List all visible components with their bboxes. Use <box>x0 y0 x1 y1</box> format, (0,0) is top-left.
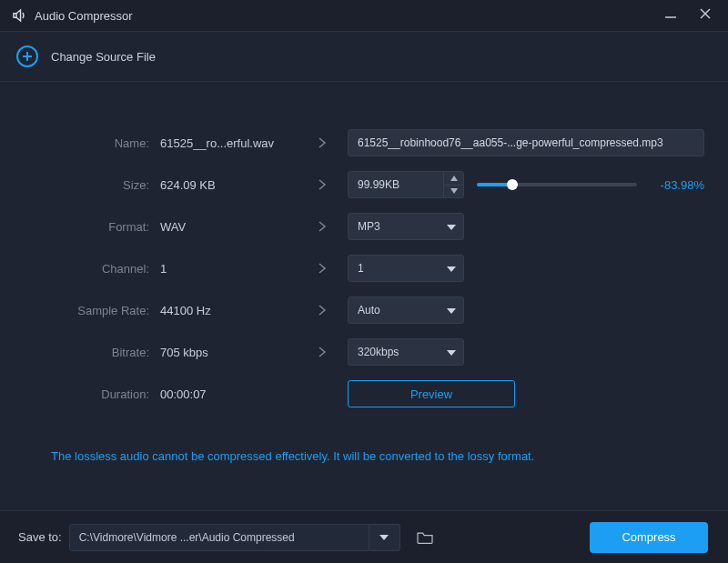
size-step-down[interactable] <box>444 185 463 198</box>
row-name: Name: 61525__ro...erful.wav 61525__robin… <box>24 122 704 164</box>
arrow-icon <box>297 262 348 275</box>
row-bitrate: Bitrate: 705 kbps 320kbps <box>24 331 704 373</box>
svg-marker-11 <box>447 350 456 356</box>
arrow-icon <box>297 346 348 358</box>
label-name: Name: <box>24 136 160 150</box>
chevron-down-icon <box>447 346 456 358</box>
source-duration: 00:00:07 <box>160 387 297 401</box>
close-button[interactable] <box>699 7 712 24</box>
source-name: 61525__ro...erful.wav <box>160 136 297 150</box>
label-format: Format: <box>24 220 160 234</box>
preview-button-label: Preview <box>410 387 452 401</box>
size-percent: -83.98% <box>661 178 704 192</box>
row-duration: Duration: 00:00:07 Preview <box>24 373 704 415</box>
svg-marker-9 <box>447 266 456 272</box>
svg-rect-0 <box>14 14 16 18</box>
output-size-value: 99.99KB <box>349 172 443 197</box>
change-source-label[interactable]: Change Source File <box>51 50 156 64</box>
output-channel-select[interactable]: 1 <box>348 255 464 282</box>
output-channel-value: 1 <box>358 262 364 275</box>
output-name-value: 61525__robinhood76__aa055-...ge-powerful… <box>358 136 663 149</box>
arrow-icon <box>297 304 348 317</box>
source-size: 624.09 KB <box>160 178 297 192</box>
output-format-select[interactable]: MP3 <box>348 213 464 240</box>
compress-button[interactable]: Compress <box>590 522 708 553</box>
svg-line-3 <box>701 9 710 18</box>
settings-panel: Name: 61525__ro...erful.wav 61525__robin… <box>0 82 728 510</box>
source-sample-rate: 44100 Hz <box>160 304 297 317</box>
label-size: Size: <box>24 178 160 192</box>
size-step-up[interactable] <box>444 172 463 185</box>
arrow-icon <box>297 178 348 191</box>
svg-marker-12 <box>379 535 389 540</box>
arrow-icon <box>297 136 348 149</box>
output-name-field[interactable]: 61525__robinhood76__aa055-...ge-powerful… <box>348 129 704 156</box>
source-bitrate: 705 kbps <box>160 346 297 359</box>
output-sample-rate-value: Auto <box>358 304 380 317</box>
chevron-down-icon <box>447 262 456 275</box>
svg-marker-7 <box>450 188 458 194</box>
output-bitrate-select[interactable]: 320kbps <box>348 338 464 366</box>
save-to-label: Save to: <box>18 530 62 544</box>
warning-message: The lossless audio cannot be compressed … <box>24 415 704 463</box>
row-size: Size: 624.09 KB 99.99KB -83.98% <box>24 164 704 206</box>
size-slider-thumb[interactable] <box>507 179 518 190</box>
row-channel: Channel: 1 1 <box>24 247 704 289</box>
title-bar: Audio Compressor <box>0 0 728 31</box>
save-path-field[interactable]: C:\Vidmore\Vidmore ...er\Audio Compresse… <box>69 524 369 551</box>
svg-marker-10 <box>447 308 456 314</box>
row-format: Format: WAV MP3 <box>24 206 704 247</box>
label-sample-rate: Sample Rate: <box>24 304 160 317</box>
minimize-button[interactable] <box>664 7 677 24</box>
source-format: WAV <box>160 220 297 234</box>
label-bitrate: Bitrate: <box>24 346 160 359</box>
label-duration: Duration: <box>24 387 160 401</box>
svg-line-2 <box>701 9 710 18</box>
app-icon <box>11 7 27 24</box>
chevron-down-icon <box>447 220 456 233</box>
row-sample-rate: Sample Rate: 44100 Hz Auto <box>24 289 704 331</box>
output-sample-rate-select[interactable]: Auto <box>348 297 464 324</box>
svg-marker-8 <box>447 225 456 230</box>
source-bar: Change Source File <box>0 31 728 82</box>
add-source-button[interactable] <box>16 45 38 67</box>
source-channel: 1 <box>160 262 297 276</box>
output-bitrate-value: 320kbps <box>358 346 399 358</box>
save-path-value: C:\Vidmore\Vidmore ...er\Audio Compresse… <box>79 531 295 544</box>
footer-bar: Save to: C:\Vidmore\Vidmore ...er\Audio … <box>0 510 728 563</box>
preview-button[interactable]: Preview <box>348 380 515 407</box>
size-slider[interactable] <box>477 183 637 186</box>
svg-marker-6 <box>450 176 458 181</box>
output-format-value: MP3 <box>358 220 380 233</box>
open-folder-button[interactable] <box>410 524 440 551</box>
output-size-stepper[interactable]: 99.99KB <box>348 171 464 198</box>
save-path-dropdown[interactable] <box>369 524 400 551</box>
chevron-down-icon <box>447 304 456 317</box>
compress-button-label: Compress <box>622 530 675 544</box>
arrow-icon <box>297 220 348 233</box>
app-title: Audio Compressor <box>35 9 664 23</box>
label-channel: Channel: <box>24 262 160 276</box>
